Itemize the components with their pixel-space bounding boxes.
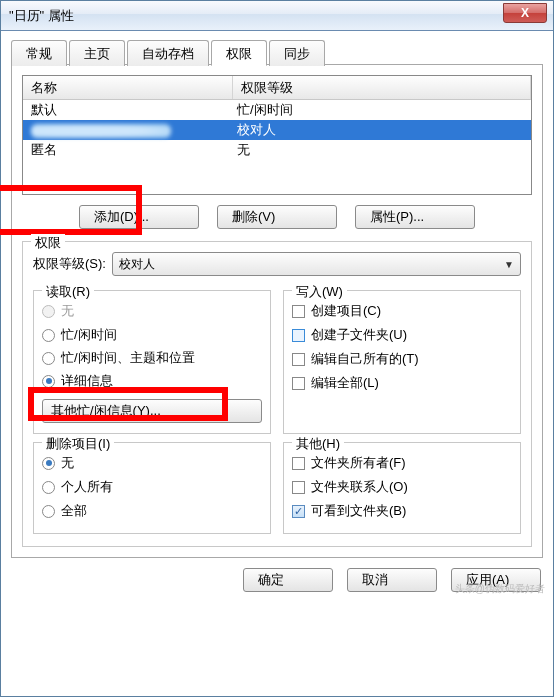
table-row[interactable]: 默认 忙/闲时间 bbox=[23, 100, 531, 120]
write-edit-all[interactable]: 编辑全部(L) bbox=[292, 371, 512, 395]
col-name[interactable]: 名称 bbox=[23, 76, 233, 99]
checkbox-icon bbox=[292, 505, 305, 518]
list-header: 名称 权限等级 bbox=[23, 76, 531, 100]
cancel-button[interactable]: 取消 bbox=[347, 568, 437, 592]
cell-name: 默认 bbox=[23, 100, 233, 120]
properties-button[interactable]: 属性(P)... bbox=[355, 205, 475, 229]
write-create-subfolder[interactable]: 创建子文件夹(U) bbox=[292, 323, 512, 347]
remove-button[interactable]: 删除(V) bbox=[217, 205, 337, 229]
tab-home[interactable]: 主页 bbox=[69, 40, 125, 66]
tab-general[interactable]: 常规 bbox=[11, 40, 67, 66]
col-level[interactable]: 权限等级 bbox=[233, 76, 531, 99]
read-fieldset: 读取(R) 无 忙/闲时间 忙/闲时间、主题和位置 bbox=[33, 290, 271, 434]
tab-autoarchive[interactable]: 自动存档 bbox=[127, 40, 209, 66]
watermark: 头条@伪数码爱好者 bbox=[455, 582, 545, 596]
radio-icon bbox=[42, 505, 55, 518]
checkbox-icon bbox=[292, 329, 305, 342]
table-row[interactable]: 匿名 无 bbox=[23, 140, 531, 160]
cell-level: 校对人 bbox=[233, 120, 531, 140]
other-visible[interactable]: 可看到文件夹(B) bbox=[292, 499, 512, 523]
delete-own[interactable]: 个人所有 bbox=[42, 475, 262, 499]
permission-legend: 权限 bbox=[31, 234, 65, 252]
checkbox-icon bbox=[292, 305, 305, 318]
radio-icon bbox=[42, 329, 55, 342]
write-edit-own[interactable]: 编辑自己所有的(T) bbox=[292, 347, 512, 371]
window-title: "日历" 属性 bbox=[9, 7, 74, 25]
checkbox-icon bbox=[292, 457, 305, 470]
cell-level: 无 bbox=[233, 140, 531, 160]
ok-button[interactable]: 确定 bbox=[243, 568, 333, 592]
delete-none[interactable]: 无 bbox=[42, 451, 262, 475]
checkbox-icon bbox=[292, 353, 305, 366]
read-none[interactable]: 无 bbox=[42, 299, 262, 323]
level-combo[interactable]: 校对人 ▼ bbox=[112, 252, 521, 276]
radio-icon bbox=[42, 457, 55, 470]
titlebar: "日历" 属性 X bbox=[1, 1, 553, 31]
delete-legend: 删除项目(I) bbox=[42, 435, 114, 453]
permission-list[interactable]: 名称 权限等级 默认 忙/闲时间 校对人 匿名 无 bbox=[22, 75, 532, 195]
read-legend: 读取(R) bbox=[42, 283, 94, 301]
cell-name: 匿名 bbox=[23, 140, 233, 160]
tab-panel-permissions: 名称 权限等级 默认 忙/闲时间 校对人 匿名 无 添加(D)... bbox=[11, 65, 543, 558]
checkbox-icon bbox=[292, 481, 305, 494]
checkbox-icon bbox=[292, 377, 305, 390]
read-freebusy[interactable]: 忙/闲时间 bbox=[42, 323, 262, 347]
write-legend: 写入(W) bbox=[292, 283, 347, 301]
write-fieldset: 写入(W) 创建项目(C) 创建子文件夹(U) 编辑自己所有的(T) bbox=[283, 290, 521, 434]
radio-icon bbox=[42, 481, 55, 494]
delete-fieldset: 删除项目(I) 无 个人所有 全部 bbox=[33, 442, 271, 534]
level-value: 校对人 bbox=[119, 256, 155, 273]
cell-name bbox=[23, 120, 233, 140]
radio-icon bbox=[42, 305, 55, 318]
other-legend: 其他(H) bbox=[292, 435, 344, 453]
read-freebusy-subject[interactable]: 忙/闲时间、主题和位置 bbox=[42, 347, 262, 369]
permission-fieldset: 权限 权限等级(S): 校对人 ▼ 读取(R) 无 bbox=[22, 241, 532, 547]
close-button[interactable]: X bbox=[503, 3, 547, 23]
read-full[interactable]: 详细信息 bbox=[42, 369, 262, 393]
table-row[interactable]: 校对人 bbox=[23, 120, 531, 140]
tab-sync[interactable]: 同步 bbox=[269, 40, 325, 66]
add-button[interactable]: 添加(D)... bbox=[79, 205, 199, 229]
other-owner[interactable]: 文件夹所有者(F) bbox=[292, 451, 512, 475]
level-label: 权限等级(S): bbox=[33, 255, 106, 273]
tab-strip: 常规 主页 自动存档 权限 同步 bbox=[11, 39, 543, 65]
cell-level: 忙/闲时间 bbox=[233, 100, 531, 120]
radio-icon bbox=[42, 375, 55, 388]
radio-icon bbox=[42, 352, 55, 365]
other-fieldset: 其他(H) 文件夹所有者(F) 文件夹联系人(O) 可看到文件夹(B) bbox=[283, 442, 521, 534]
delete-all[interactable]: 全部 bbox=[42, 499, 262, 523]
other-freebusy-button[interactable]: 其他忙/闲信息(Y)... bbox=[42, 399, 262, 423]
other-contact[interactable]: 文件夹联系人(O) bbox=[292, 475, 512, 499]
tab-permissions[interactable]: 权限 bbox=[211, 40, 267, 66]
chevron-down-icon: ▼ bbox=[504, 259, 514, 270]
write-create-item[interactable]: 创建项目(C) bbox=[292, 299, 512, 323]
